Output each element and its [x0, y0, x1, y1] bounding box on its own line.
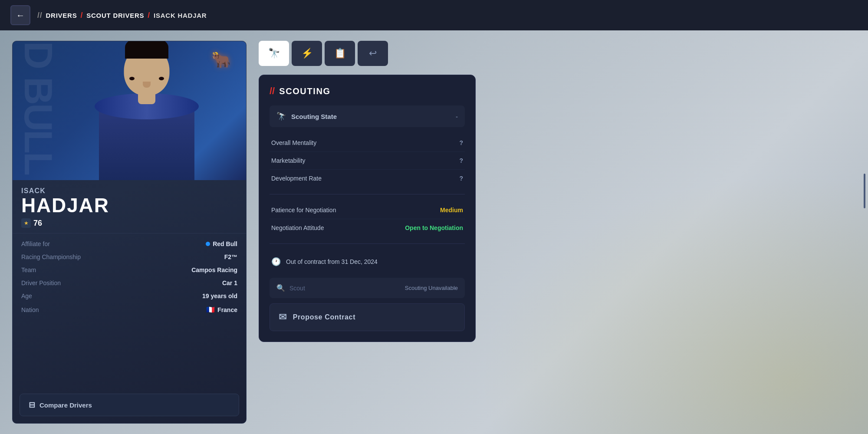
scout-search-icon: 🔍: [276, 284, 285, 292]
position-value: Car 1: [222, 279, 237, 286]
breadcrumb-sep1: /: [80, 11, 83, 20]
negotiation-attitude-value: Open to Negotiation: [405, 224, 463, 231]
breadcrumb-sep2: /: [148, 11, 150, 20]
compare-label: Compare Drivers: [39, 401, 92, 409]
tab-contract[interactable]: 📋: [325, 41, 355, 66]
development-rate-value: ?: [459, 175, 463, 182]
stats-section: Overall Mentality ? Marketability ? Deve…: [270, 134, 465, 194]
scouting-state-row: 🔭 Scouting State -: [270, 105, 465, 127]
negotiation-attitude-row: Negotiation Attitude Open to Negotiation: [270, 219, 465, 237]
propose-contract-label: Propose Contract: [293, 313, 355, 321]
marketability-label: Marketability: [271, 157, 306, 164]
team-label: Team: [21, 266, 36, 273]
development-rate-label: Development Rate: [271, 175, 322, 182]
scouting-panel: // SCOUTING 🔭 Scouting State - Overall M…: [259, 75, 476, 342]
affiliate-label: Affiliate for: [21, 240, 50, 247]
scout-unavailable-label: Scouting Unavailable: [405, 285, 458, 291]
history-icon: ↩: [369, 48, 377, 59]
tab-bar: 🔭 ⚡ 📋 ↩: [259, 41, 856, 66]
envelope-icon: ✉: [279, 312, 287, 323]
nation-label: Nation: [21, 306, 39, 313]
contract-text: Out of contract from 31 Dec, 2024: [286, 258, 378, 265]
affiliate-value: Red Bull: [206, 240, 237, 247]
negotiation-attitude-label: Negotiation Attitude: [271, 224, 324, 231]
development-rate-row: Development Rate ?: [270, 170, 465, 187]
nation-value: 🇫🇷 France: [206, 306, 237, 314]
age-row: Age 19 years old: [21, 293, 237, 299]
contract-calendar-icon: 🕐: [271, 257, 281, 266]
scouting-title-text: SCOUTING: [279, 86, 330, 96]
patience-row: Patience for Negotiation Medium: [270, 201, 465, 219]
championship-row: Racing Championship F2™: [21, 253, 237, 260]
tab-scouting[interactable]: 🔭: [259, 41, 289, 66]
breadcrumb-driver-name: ISACK HADJAR: [154, 12, 207, 19]
main-content: D BULL 🐂: [0, 30, 868, 434]
compare-drivers-button[interactable]: ⊟ Compare Drivers: [20, 394, 239, 416]
position-label: Driver Position: [21, 279, 61, 286]
marketability-value: ?: [459, 157, 463, 164]
rating-star-icon: ★: [21, 218, 31, 228]
france-flag-icon: 🇫🇷: [206, 306, 215, 314]
championship-value: F2™: [224, 253, 237, 260]
scouting-title: // SCOUTING: [270, 85, 465, 97]
speedometer-icon: ⚡: [301, 48, 313, 59]
tab-performance[interactable]: ⚡: [292, 41, 322, 66]
topbar: ← // DRIVERS / SCOUT DRIVERS / ISACK HAD…: [0, 0, 868, 30]
binoculars-small-icon: 🔭: [276, 112, 286, 121]
tab-history[interactable]: ↩: [358, 41, 388, 66]
driver-lastname: HADJAR: [21, 195, 237, 216]
scout-row[interactable]: 🔍 Scout Scouting Unavailable: [270, 278, 465, 298]
compare-icon: ⊟: [29, 400, 35, 410]
age-label: Age: [21, 293, 32, 299]
team-value: Campos Racing: [191, 266, 237, 273]
right-panel: 🔭 ⚡ 📋 ↩ // SCOUTING 🔭 Scouting State -: [247, 30, 868, 434]
patience-label: Patience for Negotiation: [271, 207, 336, 214]
scout-input[interactable]: Scout: [289, 285, 401, 292]
overall-mentality-label: Overall Mentality: [271, 139, 316, 146]
driver-rating: ★ 76: [21, 218, 237, 228]
back-icon: ←: [16, 10, 25, 20]
team-row: Team Campos Racing: [21, 266, 237, 273]
team-color-dot: [206, 242, 210, 246]
breadcrumb-drivers: DRIVERS: [46, 12, 77, 19]
driver-card: D BULL 🐂: [12, 41, 247, 424]
negotiation-section: Patience for Negotiation Medium Negotiat…: [270, 201, 465, 244]
scouting-title-slash: //: [270, 85, 275, 97]
position-row: Driver Position Car 1: [21, 279, 237, 286]
breadcrumb: // DRIVERS / SCOUT DRIVERS / ISACK HADJA…: [37, 11, 207, 20]
patience-value: Medium: [440, 207, 463, 214]
driver-name-area: ISACK HADJAR ★ 76: [13, 180, 246, 233]
binoculars-icon: 🔭: [268, 48, 280, 59]
propose-contract-button[interactable]: ✉ Propose Contract: [270, 303, 465, 331]
breadcrumb-scout-drivers: SCOUT DRIVERS: [86, 12, 144, 19]
driver-info-table: Affiliate for Red Bull Racing Championsh…: [13, 233, 246, 388]
scouting-state-value: -: [456, 113, 458, 120]
scouting-state-label: Scouting State: [291, 113, 450, 120]
back-button[interactable]: ←: [10, 5, 30, 25]
driver-photo: [47, 50, 246, 180]
breadcrumb-slash1: //: [37, 11, 43, 20]
championship-label: Racing Championship: [21, 253, 81, 260]
overall-mentality-value: ?: [459, 139, 463, 146]
overall-mentality-row: Overall Mentality ?: [270, 134, 465, 152]
clipboard-icon: 📋: [334, 48, 346, 59]
rating-value: 76: [33, 219, 42, 228]
age-value: 19 years old: [202, 293, 237, 299]
affiliate-row: Affiliate for Red Bull: [21, 240, 237, 247]
marketability-row: Marketability ?: [270, 152, 465, 170]
driver-photo-area: D BULL 🐂: [13, 41, 246, 180]
contract-row: 🕐 Out of contract from 31 Dec, 2024: [270, 251, 465, 273]
nation-row: Nation 🇫🇷 France: [21, 306, 237, 314]
